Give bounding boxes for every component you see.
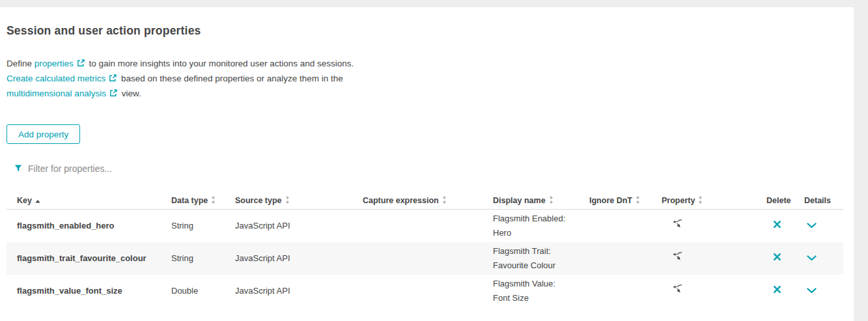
- column-header-label: Source type: [235, 196, 282, 205]
- chevron-down-icon: [807, 221, 817, 230]
- external-link-icon: [109, 87, 117, 102]
- column-header-delete: Delete: [766, 196, 804, 205]
- details-button[interactable]: [805, 219, 818, 232]
- action-property-icon: [671, 251, 682, 262]
- sort-icon: [698, 196, 703, 206]
- description-line: Create calculated metrics based on these…: [7, 72, 854, 87]
- delete-cell: [766, 219, 804, 233]
- display-name-line: Favourite Colour: [493, 258, 589, 273]
- display-name-cell: Flagsmith Trait:Favourite Colour: [493, 244, 589, 273]
- property-cell: [662, 251, 766, 266]
- column-header-display[interactable]: Display name: [493, 196, 589, 206]
- column-header-label: Key: [17, 196, 32, 205]
- property-cell: [662, 218, 766, 234]
- description-text: to gain more insights into your monitore…: [87, 59, 354, 68]
- description-text: view.: [119, 89, 141, 98]
- properties-panel: Session and user action properties Defin…: [0, 7, 854, 321]
- column-header-datatype[interactable]: Data type: [171, 196, 235, 206]
- delete-button[interactable]: [772, 219, 783, 232]
- delete-cell: [766, 251, 804, 266]
- sort-icon: [211, 196, 216, 206]
- details-button[interactable]: [805, 285, 818, 297]
- action-property-icon: [671, 218, 682, 229]
- description: Define properties to gain more insights …: [7, 57, 854, 102]
- delete-button[interactable]: [772, 251, 783, 264]
- chevron-down-icon: [807, 286, 817, 296]
- display-name-line: Flagsmith Enabled:: [493, 212, 589, 226]
- properties-table: KeyData typeSource typeCapture expressio…: [7, 192, 843, 307]
- key-cell: flagsmith_trait_favourite_colour: [7, 251, 171, 266]
- description-line: Define properties to gain more insights …: [7, 57, 854, 72]
- display-name-line: Flagsmith Value:: [493, 277, 589, 291]
- key-cell: flagsmith_value_font_size: [7, 284, 171, 298]
- column-header-label: Data type: [171, 196, 208, 205]
- sort-icon: [442, 196, 447, 206]
- data-type-cell: String: [171, 219, 235, 233]
- display-name-line: Hero: [493, 226, 589, 240]
- column-header-key[interactable]: Key: [7, 196, 171, 205]
- filter-bar: [14, 163, 854, 174]
- create-calculated-metrics-link[interactable]: Create calculated metrics: [7, 74, 105, 83]
- add-property-button[interactable]: Add property: [7, 124, 80, 144]
- column-header-sourcetype[interactable]: Source type: [235, 196, 363, 206]
- filter-icon: [14, 165, 22, 172]
- display-name-line: Font Size: [493, 291, 589, 305]
- description-line: multidimensional analysis view.: [7, 87, 854, 102]
- action-property-icon: [671, 283, 682, 294]
- sort-asc-icon: [35, 196, 40, 205]
- column-header-property[interactable]: Property: [662, 196, 766, 206]
- column-header-label: Delete: [766, 196, 791, 205]
- details-button[interactable]: [805, 252, 818, 264]
- display-name-line: Flagsmith Trait:: [493, 244, 589, 258]
- properties-link[interactable]: properties: [35, 59, 74, 68]
- table-body: flagsmith_enabled_heroStringJavaScript A…: [7, 210, 843, 307]
- delete-button[interactable]: [772, 284, 783, 297]
- source-type-cell: JavaScript API: [235, 219, 363, 233]
- column-header-label: Ignore DnT: [589, 196, 632, 205]
- table-row: flagsmith_value_font_sizeDoubleJavaScrip…: [7, 275, 843, 307]
- column-header-label: Details: [804, 196, 831, 205]
- page-title: Session and user action properties: [7, 24, 854, 38]
- description-text: Define: [7, 59, 35, 68]
- external-link-icon: [77, 57, 85, 72]
- display-name-cell: Flagsmith Enabled:Hero: [493, 212, 589, 240]
- delete-x-icon: [773, 220, 781, 230]
- data-type-cell: Double: [171, 284, 235, 298]
- column-header-capture[interactable]: Capture expression: [363, 196, 493, 206]
- property-cell: [662, 283, 766, 299]
- details-cell: [804, 219, 843, 233]
- delete-x-icon: [773, 285, 781, 296]
- delete-x-icon: [773, 253, 781, 263]
- source-type-cell: JavaScript API: [235, 251, 363, 266]
- column-header-label: Property: [662, 196, 695, 205]
- column-header-details: Details: [804, 196, 843, 205]
- multidimensional-analysis-link[interactable]: multidimensional analysis: [7, 89, 106, 98]
- delete-cell: [766, 284, 804, 298]
- table-header-row: KeyData typeSource typeCapture expressio…: [7, 192, 843, 210]
- key-cell: flagsmith_enabled_hero: [7, 219, 171, 233]
- data-type-cell: String: [171, 251, 235, 266]
- source-type-cell: JavaScript API: [235, 284, 363, 298]
- description-text: based on these defined properties or ana…: [119, 74, 343, 83]
- table-row: flagsmith_enabled_heroStringJavaScript A…: [7, 210, 843, 242]
- sort-icon: [636, 196, 640, 206]
- external-link-icon: [109, 72, 117, 87]
- details-cell: [804, 284, 843, 298]
- filter-input[interactable]: [28, 163, 301, 174]
- display-name-cell: Flagsmith Value:Font Size: [493, 277, 589, 305]
- details-cell: [804, 251, 843, 266]
- column-header-label: Capture expression: [363, 196, 439, 205]
- sort-icon: [549, 196, 553, 206]
- table-row: flagsmith_trait_favourite_colourStringJa…: [7, 242, 843, 275]
- chevron-down-icon: [807, 253, 817, 263]
- column-header-label: Display name: [493, 196, 546, 205]
- column-header-ignorednt[interactable]: Ignore DnT: [589, 196, 662, 206]
- sort-icon: [285, 196, 290, 206]
